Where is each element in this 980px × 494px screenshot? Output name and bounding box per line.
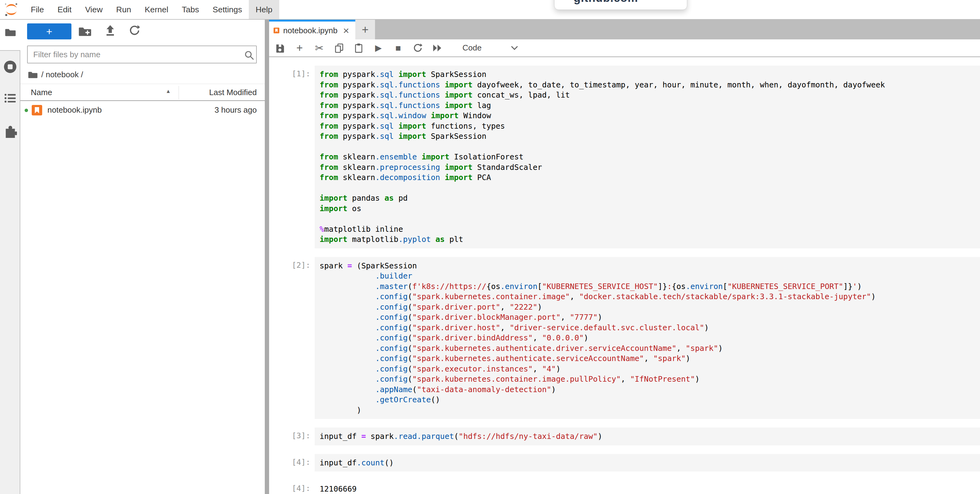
left-dock [0, 20, 20, 494]
tab-title: notebook.ipynb [283, 26, 337, 35]
new-folder-button[interactable] [78, 25, 91, 38]
file-name: notebook.ipynb [48, 105, 102, 115]
table-of-contents-tab[interactable] [0, 93, 20, 103]
running-sessions-tab[interactable] [0, 60, 20, 74]
menu-tabs[interactable]: Tabs [175, 0, 206, 19]
jupyter-logo [4, 2, 19, 17]
menu-kernel[interactable]: Kernel [138, 0, 175, 19]
notebook-cells: [1]:from pyspark.sql import SparkSession… [269, 58, 980, 494]
filter-files-input[interactable] [27, 46, 257, 64]
github-popup: github.com [554, 0, 687, 10]
notebook-toolbar: + ✂ ▶ ■ Code [269, 40, 980, 57]
notebook-file-icon [274, 26, 280, 35]
cell-editor[interactable]: spark = (SparkSession .builder .master(f… [315, 257, 980, 419]
cell-prompt: [1]: [269, 65, 315, 248]
menu-help[interactable]: Help [249, 0, 279, 19]
copy-icon [334, 43, 344, 53]
folder-icon [5, 27, 16, 37]
upload-button[interactable] [104, 24, 116, 38]
refresh-icon [129, 25, 140, 37]
save-button[interactable] [275, 43, 285, 53]
column-name[interactable]: Name [31, 88, 52, 97]
main-area: notebook.ipynb × + + ✂ ▶ ■ [269, 20, 980, 494]
cell-editor[interactable]: input_df.count() [315, 454, 980, 472]
column-last-modified[interactable]: Last Modified [209, 88, 257, 97]
cell-editor[interactable]: input_df = spark.read.parquet("hdfs://hd… [315, 427, 980, 445]
paste-cells-button[interactable] [353, 43, 364, 53]
breadcrumb[interactable]: / notebook / [28, 68, 83, 81]
file-modified: 3 hours ago [215, 105, 257, 115]
cut-cells-button[interactable]: ✂ [314, 43, 325, 53]
menu-view[interactable]: View [78, 0, 109, 19]
stop-button[interactable]: ■ [393, 43, 403, 53]
menu-bar: File Edit View Run Kernel Tabs Settings … [0, 0, 980, 20]
cell-prompt: [3]: [269, 427, 315, 445]
file-list-header: Name ▲ Last Modified [20, 84, 265, 101]
code-cell: [1]:from pyspark.sql import SparkSession… [269, 65, 980, 248]
extension-manager-tab[interactable] [0, 124, 20, 138]
tab-close-icon[interactable]: × [341, 27, 351, 35]
cell-type-dropdown[interactable]: Code [463, 43, 482, 52]
save-icon [275, 43, 285, 53]
cell-prompt: [2]: [269, 257, 315, 419]
github-popup-text: github.com [574, 0, 638, 5]
restart-kernel-button[interactable] [412, 43, 423, 53]
menu-settings[interactable]: Settings [206, 0, 249, 19]
folder-icon [28, 70, 38, 79]
puzzle-icon [3, 124, 17, 138]
running-kernel-dot [25, 109, 28, 112]
column-divider [178, 86, 179, 99]
code-cell: [4]:input_df.count() [269, 454, 980, 472]
cell-prompt: [4]: [269, 454, 315, 472]
new-launcher-button[interactable]: + [27, 24, 72, 40]
file-browser-tab[interactable] [0, 27, 20, 37]
cell-output: [4]:12106669 [269, 480, 980, 494]
list-icon [4, 93, 16, 103]
cell-editor[interactable]: from pyspark.sql import SparkSession fro… [315, 65, 980, 248]
restart-icon [413, 43, 423, 53]
notebook-content: [1]:from pyspark.sql import SparkSession… [269, 58, 980, 494]
copy-cells-button[interactable] [334, 43, 344, 53]
refresh-button[interactable] [129, 25, 140, 38]
breadcrumb-path: / notebook / [41, 70, 83, 79]
code-cell: [2]:spark = (SparkSession .builder .mast… [269, 257, 980, 419]
panel-splitter[interactable] [265, 20, 269, 494]
code-cell: [3]:input_df = spark.read.parquet("hdfs:… [269, 427, 980, 445]
file-browser-panel: + / notebook / Name ▲ Last Mod [20, 20, 265, 494]
cell-output-text: 12106669 [315, 480, 980, 494]
notebook-file-icon [32, 105, 43, 116]
chevron-down-icon[interactable] [509, 43, 520, 53]
new-folder-icon [78, 25, 91, 37]
fast-forward-icon [432, 44, 443, 52]
menu-run[interactable]: Run [109, 0, 138, 19]
insert-cell-button[interactable]: + [294, 43, 305, 53]
file-row[interactable]: notebook.ipynb 3 hours ago [20, 102, 265, 119]
tab-bar: notebook.ipynb × + [269, 20, 980, 40]
cell-prompt: [4]: [269, 480, 315, 494]
dock-strip [0, 50, 20, 494]
restart-run-all-button[interactable] [432, 43, 443, 53]
upload-icon [104, 24, 116, 37]
menu-edit[interactable]: Edit [51, 0, 78, 19]
stop-circle-icon [3, 60, 17, 74]
new-tab-button[interactable]: + [355, 20, 375, 40]
search-icon [244, 50, 254, 62]
tab-notebook[interactable]: notebook.ipynb × [269, 20, 355, 40]
run-button[interactable]: ▶ [373, 43, 383, 53]
menu-file[interactable]: File [24, 0, 51, 19]
paste-icon [355, 43, 363, 53]
sort-ascending-icon[interactable]: ▲ [165, 88, 171, 94]
